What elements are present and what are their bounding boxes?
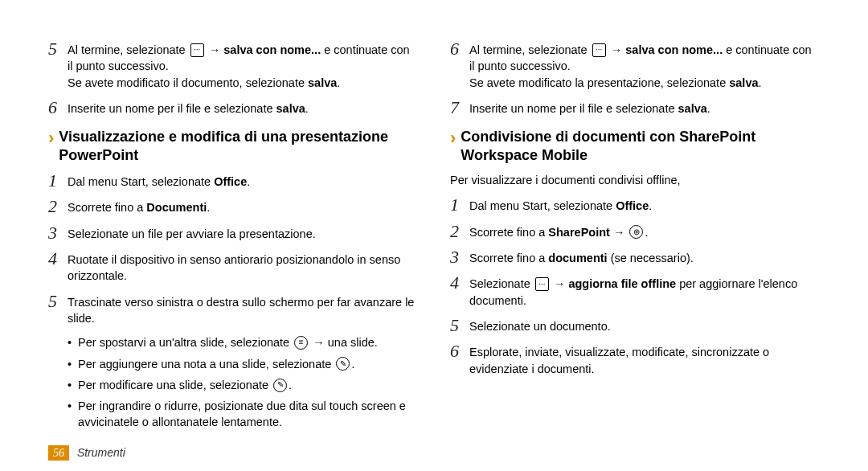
text: Scorrete fino a [469,226,548,239]
bullet-text: Per ingrandire o ridurre, posizionate du… [78,398,418,431]
right-s4: 4 Selezionate ··· → aggiorna file offlin… [450,274,820,309]
step-number: 3 [450,248,469,266]
page-number: 56 [48,445,69,461]
right-step-6: 6 Al termine, selezionate ··· → salva co… [450,40,820,91]
bold-text: Office [214,175,247,188]
section-heading-right: › Condivisione di documenti con SharePoi… [450,128,820,164]
step-number: 2 [48,198,68,215]
text: Scorrete fino a [469,252,548,264]
list-icon: ≡ [294,336,308,350]
text: . [645,226,648,239]
text: Dal menu Start, selezionate [469,199,616,212]
section-title: Visualizzazione e modifica di una presen… [59,128,418,164]
step-text: Scorrete fino a SharePoint → ⊕. [469,223,820,240]
sub-text: Se avete modificato il documento, selezi… [68,75,418,91]
text: Per aggiungere una nota a una slide, sel… [78,358,334,371]
text: Selezionate [469,277,534,290]
page-columns: 5 Al termine, selezionate ··· → salva co… [48,40,820,436]
text: (se necessario). [608,252,694,264]
text: Dal menu Start, selezionate [68,175,214,188]
left-step-5: 5 Al termine, selezionate ··· → salva co… [48,40,418,91]
bold-text: salva [276,102,305,115]
text: Inserite un nome per il file e seleziona… [469,102,678,115]
bullet-4: Per ingrandire o ridurre, posizionate du… [68,398,418,431]
step-number: 5 [48,293,68,310]
text: Se avete modificato il documento, selezi… [68,76,308,89]
step-text: Selezionate ··· → aggiorna file offline … [469,274,820,309]
text: . [351,358,354,371]
text: Al termine, selezionate [68,43,189,56]
step-number: 3 [48,224,68,242]
dots-icon: ··· [592,43,606,57]
note-icon: ✎ [336,357,350,371]
page-footer: 56 Strumenti [48,445,125,461]
bullet-2: Per aggiungere una nota a una slide, sel… [68,356,418,372]
text: . [289,379,292,391]
step-text: Dal menu Start, selezionate Office. [469,196,820,214]
text: → [610,226,628,239]
step-text: Ruotate il dispositivo in senso antiorar… [68,250,418,285]
text: → una slide. [309,336,378,349]
step-text: Esplorate, inviate, visualizzate, modifi… [469,342,820,377]
step-number: 1 [48,172,68,190]
step-number: 6 [48,99,68,117]
footer-label: Strumenti [77,446,125,459]
intro-text: Per visualizzare i documenti condivisi o… [450,172,820,188]
step-number: 4 [450,274,469,292]
right-step-7: 7 Inserite un nome per il file e selezio… [450,99,820,117]
section-title: Condivisione di documenti con SharePoint… [461,128,820,164]
left-s1: 1 Dal menu Start, selezionate Office. [48,172,418,190]
right-s2: 2 Scorrete fino a SharePoint → ⊕. [450,223,820,240]
bold-text: salva con nome... [625,43,723,56]
chevron-icon: › [48,128,54,149]
step-number: 4 [48,250,68,268]
bullet-text: Per spostarvi a un'altra slide, selezion… [78,334,378,350]
bold-text: aggiorna file offline [568,277,676,290]
text: . [247,175,250,188]
left-s4: 4 Ruotate il dispositivo in senso antior… [48,250,418,285]
step-number: 7 [450,99,469,117]
text: . [337,76,340,89]
text: Inserite un nome per il file e seleziona… [68,102,276,115]
left-column: 5 Al termine, selezionate ··· → salva co… [48,40,418,436]
text: → [209,43,224,56]
step-number: 5 [48,40,68,58]
section-heading-left: › Visualizzazione e modifica di una pres… [48,128,418,164]
text: Se avete modificato la presentazione, se… [469,76,729,89]
step-text: Scorrete fino a Documenti. [68,198,418,215]
chevron-icon: › [450,128,456,149]
left-s5: 5 Trascinate verso sinistra o destra sul… [48,293,418,327]
step-text: Scorrete fino a documenti (se necessario… [469,248,820,266]
text: Scorrete fino a [68,201,146,214]
bold-text: salva con nome... [223,43,321,56]
step-number: 6 [450,342,469,360]
step-number: 5 [450,317,469,334]
bold-text: documenti [548,252,607,264]
step-text: Al termine, selezionate ··· → salva con … [68,40,418,91]
text: → [611,43,626,56]
bold-text: SharePoint [548,226,610,239]
text: . [759,76,762,89]
left-step-6: 6 Inserite un nome per il file e selezio… [48,99,418,117]
text: Al termine, selezionate [469,43,591,56]
bullet-3: Per modificare una slide, selezionate ✎. [68,377,418,393]
step-text: Selezionate un file per avviare la prese… [68,224,418,242]
step-number: 1 [450,196,469,214]
step-text: Trascinate verso sinistra o destra sullo… [68,293,418,327]
edit-icon: ✎ [273,379,287,392]
bullet-text: Per modificare una slide, selezionate ✎. [78,377,292,393]
bold-text: Office [616,199,649,212]
step-text: Inserite un nome per il file e seleziona… [469,99,820,117]
left-s2: 2 Scorrete fino a Documenti. [48,198,418,215]
text: . [707,102,710,115]
dots-icon: ··· [190,43,204,57]
right-s3: 3 Scorrete fino a documenti (se necessar… [450,248,820,266]
step-text: Al termine, selezionate ··· → salva con … [469,40,820,91]
bold-text: salva [729,76,758,89]
dots-icon: ··· [535,277,549,291]
bullet-1: Per spostarvi a un'altra slide, selezion… [68,334,418,350]
all-icon: ⊕ [629,225,643,239]
right-s1: 1 Dal menu Start, selezionate Office. [450,196,820,214]
step-text: Inserite un nome per il file e seleziona… [68,99,418,117]
bold-text: salva [308,76,337,89]
